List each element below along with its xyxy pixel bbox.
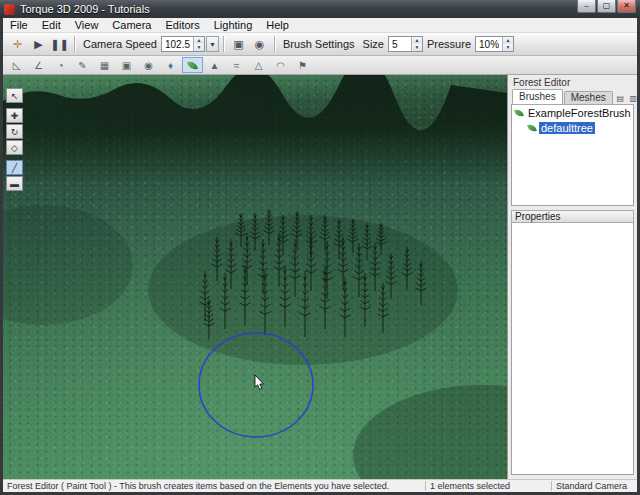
title-bar[interactable]: Torque 3D 2009 - Tutorials – ▢ ✕ [0, 0, 640, 18]
brush-size-input[interactable]: 5 ▲▼ [388, 36, 423, 52]
tab-brushes[interactable]: Brushes [512, 89, 563, 104]
camera-mode: Standard Camera [551, 481, 637, 491]
translate-tool-icon[interactable]: ✚ [6, 108, 23, 123]
camera-speed-label: Camera Speed [83, 38, 157, 50]
menu-help[interactable]: Help [259, 19, 296, 31]
bounds-icon[interactable]: ▣ [116, 57, 137, 73]
selection-count: 1 elements selected [425, 481, 551, 491]
erase-tool-icon[interactable]: ▬ [6, 176, 23, 191]
drop-camera-icon[interactable]: ▣ [228, 35, 249, 53]
terrain-smooth-icon[interactable]: ≈ [226, 57, 247, 73]
close-button[interactable]: ✕ [617, 0, 636, 13]
play-game-icon[interactable]: ▶ [28, 35, 49, 53]
terrain-shadow-left [3, 205, 133, 325]
camera-speed-spinner[interactable]: ▲▼ [193, 37, 204, 51]
brush-size-value: 5 [389, 37, 411, 51]
camera-speed-value: 102.5 [162, 37, 193, 51]
maximize-button[interactable]: ▢ [597, 0, 616, 13]
toolbar-separator [274, 36, 275, 52]
panel-tabs: Brushes Meshes ▤▥✗ [511, 89, 634, 105]
window-title: Torque 3D 2009 - Tutorials [20, 3, 576, 15]
menu-editors[interactable]: Editors [158, 19, 206, 31]
viewport-3d[interactable]: ↖✚↻◇╱▬ [3, 75, 507, 479]
forest-editor-icon[interactable] [182, 57, 203, 73]
editor-mode-buttons: ✛▶❚❚ [7, 35, 70, 53]
pressure-label: Pressure [427, 38, 471, 50]
brush-settings-label: Brush Settings [283, 38, 355, 50]
mountain-tool-icon[interactable]: △ [248, 57, 269, 73]
minimize-button[interactable]: – [577, 0, 596, 13]
camera-bookmark-icon[interactable]: ◉ [138, 57, 159, 73]
water-tool-icon[interactable]: ♦ [160, 57, 181, 73]
menu-camera[interactable]: Camera [105, 19, 158, 31]
new-element-icon[interactable]: ▥ [627, 92, 640, 104]
player-view-icon[interactable]: ◉ [249, 35, 270, 53]
window-controls: – ▢ ✕ [576, 0, 636, 13]
camera-speed-input[interactable]: 102.5 ▲▼ [161, 36, 205, 52]
new-brush-icon[interactable]: ▤ [614, 92, 627, 104]
mouse-cursor [255, 375, 263, 389]
pencil-tool-icon[interactable]: ✎ [72, 57, 93, 73]
brush-item-defaulttree[interactable]: defaulttree [512, 120, 633, 135]
pressure-spinner[interactable]: ▲▼ [502, 37, 513, 51]
size-label: Size [363, 38, 384, 50]
angle-snap-icon[interactable]: ∠ [28, 57, 49, 73]
terrain-shadow-right [353, 385, 507, 479]
leaf-icon [527, 123, 537, 133]
terrain-raise-icon[interactable]: ▲ [204, 57, 225, 73]
select-tool-icon[interactable]: ↖ [6, 88, 23, 103]
menu-bar: FileEditViewCameraEditorsLightingHelp [3, 18, 637, 33]
grid-snap-icon[interactable]: ▦ [94, 57, 115, 73]
rotate-tool-icon[interactable]: ↻ [6, 124, 23, 139]
leaf-icon [514, 108, 524, 118]
mountain-ridge [3, 75, 507, 185]
panel-tab-actions: ▤▥✗ [614, 92, 640, 104]
pressure-input[interactable]: 10% ▲▼ [475, 36, 514, 52]
protractor-icon[interactable]: ◔ [50, 57, 71, 73]
status-bar: Forest Editor ( Paint Tool ) - This brus… [3, 479, 637, 492]
pressure-value: 10% [476, 37, 502, 51]
menu-file[interactable]: File [3, 19, 35, 31]
menu-edit[interactable]: Edit [35, 19, 68, 31]
menu-lighting[interactable]: Lighting [207, 19, 260, 31]
road-tool-icon[interactable]: ◠ [270, 57, 291, 73]
set-square-icon[interactable]: ◺ [6, 57, 27, 73]
scene-svg [3, 75, 507, 479]
menu-view[interactable]: View [68, 19, 106, 31]
editor-tools-toolbar: ◺∠◔✎▦▣◉♦▲≈△◠⚑ [3, 56, 637, 75]
scale-tool-icon[interactable]: ◇ [6, 140, 23, 155]
tool-palette: ↖✚↻◇╱▬ [6, 88, 23, 192]
main-toolbar: ✛▶❚❚ Camera Speed 102.5 ▲▼ ▼ ▣◉ Brush Se… [3, 33, 637, 56]
properties-header: Properties [511, 210, 634, 223]
camera-buttons: ▣◉ [228, 35, 270, 53]
leaf-glyph [187, 59, 198, 70]
tab-meshes[interactable]: Meshes [564, 91, 613, 104]
app-window: Torque 3D 2009 - Tutorials – ▢ ✕ FileEdi… [0, 0, 640, 495]
app-icon [4, 4, 15, 15]
brush-item-label: ExampleForestBrush [526, 107, 633, 119]
properties-panel [511, 223, 634, 475]
camera-speed-dropdown[interactable]: ▼ [206, 36, 219, 52]
brush-size-spinner[interactable]: ▲▼ [411, 37, 422, 51]
toolbar-separator [223, 36, 224, 52]
forest-editor-title: Forest Editor [511, 76, 634, 89]
brush-list[interactable]: ExampleForestBrushdefaulttree [511, 105, 634, 206]
brush-item-exampleforestbrush[interactable]: ExampleForestBrush [512, 105, 633, 120]
flag-tool-icon[interactable]: ⚑ [292, 57, 313, 73]
status-message: Forest Editor ( Paint Tool ) - This brus… [3, 481, 425, 491]
forest-editor-panel: Forest Editor Brushes Meshes ▤▥✗ Example… [507, 75, 637, 479]
brush-item-label: defaulttree [539, 122, 595, 134]
pause-game-icon[interactable]: ❚❚ [49, 35, 70, 53]
toolbar-separator [74, 36, 75, 52]
world-editor-icon[interactable]: ✛ [7, 35, 28, 53]
forest-ground-shadow [148, 215, 458, 365]
paint-tool-icon[interactable]: ╱ [6, 160, 23, 175]
